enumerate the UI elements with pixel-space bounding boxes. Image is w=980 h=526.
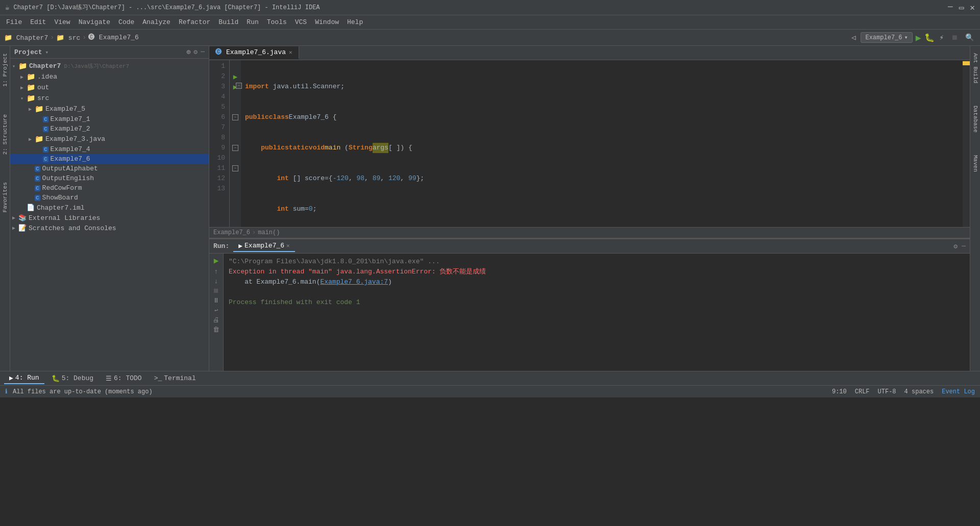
gutter-run-2[interactable]: ▶	[230, 71, 241, 82]
tree-item-example73[interactable]: ▶ 📁 Example7_3.java	[10, 134, 209, 144]
run-scroll-up-button[interactable]: ↑	[214, 268, 218, 275]
event-log-button[interactable]: Event Log	[942, 388, 975, 395]
debug-button[interactable]: 🐛	[924, 33, 935, 43]
editor-tab-example76[interactable]: 🅒 Example7_6.java ✕	[209, 46, 299, 59]
tree-item-chapter7[interactable]: ▾ 📁 Chapter7 D:\Java练习\Chapter7	[10, 61, 209, 71]
menu-analyze[interactable]: Analyze	[138, 17, 175, 27]
terminal-icon: >_	[154, 374, 162, 382]
gutter: ▶ ▶ – – – –	[230, 60, 241, 227]
status-line-sep[interactable]: CRLF	[855, 388, 870, 395]
bottom-tab-debug[interactable]: 🐛 5: Debug	[46, 373, 99, 384]
right-tab-antbuild[interactable]: Ant Build	[971, 50, 979, 86]
tree-item-external-libraries[interactable]: ▶ 📚 External Libraries	[10, 213, 209, 223]
run-toolbar: ▶ ↑ ↓ ⏹ ⏸ ↩ 🖨 🗑	[209, 254, 224, 371]
run-stop-button[interactable]: ⏹	[213, 287, 219, 295]
tree-item-redcowform[interactable]: C RedCowForm	[10, 183, 209, 193]
tree-item-scratches[interactable]: ▶ 📝 Scratches and Consoles	[10, 223, 209, 233]
run-tab-close[interactable]: ✕	[286, 242, 290, 249]
bottom-tab-terminal[interactable]: >_ Terminal	[149, 373, 201, 383]
gutter-fold-6[interactable]: –	[230, 112, 241, 122]
tree-item-outputenglish[interactable]: C OutputEnglish	[10, 173, 209, 183]
tree-item-outputalphabet[interactable]: C OutputAlphabet	[10, 164, 209, 173]
project-settings-icon[interactable]: ⊕	[187, 48, 191, 56]
toolbar-chapter7[interactable]: 📁 Chapter7	[4, 34, 48, 42]
run-tab-label: Example7_6	[244, 242, 284, 249]
right-tab-maven[interactable]: Maven	[971, 152, 979, 175]
run-pause-button[interactable]: ⏸	[213, 297, 219, 305]
run-settings-icon[interactable]: ⚙	[953, 242, 958, 251]
run-panel-header: Run: ▶ Example7_6 ✕ ⚙ ─	[209, 239, 970, 254]
breadcrumb-example76[interactable]: Example7_6	[213, 229, 250, 236]
editor-tabs: 🅒 Example7_6.java ✕	[209, 46, 970, 60]
menu-file[interactable]: File	[2, 17, 26, 27]
run-button[interactable]: ▶	[916, 32, 921, 43]
gutter-run-3[interactable]: ▶ –	[230, 82, 241, 92]
close-button[interactable]: ✕	[970, 3, 975, 13]
tree-item-example76[interactable]: C Example7_6	[10, 154, 209, 164]
sidebar-project-tab[interactable]: 1: Project	[1, 50, 9, 90]
menu-help[interactable]: Help	[343, 17, 367, 27]
bottom-tab-run-label: 4: Run	[15, 374, 39, 382]
editor-tab-label: Example7_6.java	[226, 48, 286, 56]
maximize-button[interactable]: ▭	[959, 3, 964, 13]
search-everywhere-button[interactable]: 🔍	[963, 32, 976, 43]
status-position[interactable]: 9:10	[832, 388, 847, 395]
gutter-fold-11[interactable]: –	[230, 163, 241, 173]
menu-refactor[interactable]: Refactor	[175, 17, 214, 27]
tree-item-showboard[interactable]: C ShowBoard	[10, 193, 209, 203]
minimize-button[interactable]: ─	[948, 3, 953, 13]
run-print-button[interactable]: 🖨	[213, 316, 219, 324]
status-indent[interactable]: 4 spaces	[904, 388, 934, 395]
menu-vcs[interactable]: VCS	[291, 17, 311, 27]
run-wrap-button[interactable]: ↩	[214, 307, 218, 314]
run-config-selector[interactable]: Example7_6 ▾	[861, 32, 912, 43]
bottom-tab-todo[interactable]: ☰ 6: TODO	[101, 373, 147, 384]
tree-item-example72[interactable]: C Example7_2	[10, 124, 209, 134]
menu-view[interactable]: View	[50, 17, 74, 27]
tree-item-example74[interactable]: C Example7_4	[10, 144, 209, 154]
sidebar-favorites-tab[interactable]: Favorites	[1, 179, 9, 215]
left-side-tabs: 1: Project 2: Structure Favorites	[0, 46, 10, 371]
menu-build[interactable]: Build	[214, 17, 242, 27]
run-tab-example76[interactable]: ▶ Example7_6 ✕	[233, 241, 295, 252]
right-tab-database[interactable]: Database	[971, 103, 979, 136]
project-collapse-icon[interactable]: ─	[201, 48, 205, 56]
sidebar-structure-tab[interactable]: 2: Structure	[1, 111, 9, 158]
menu-navigate[interactable]: Navigate	[75, 17, 114, 27]
navigate-back-button[interactable]: ◁	[849, 32, 857, 43]
menu-code[interactable]: Code	[114, 17, 138, 27]
tree-item-src[interactable]: ▾ 📁 src	[10, 93, 209, 104]
run-icon: ▶	[9, 374, 13, 382]
breadcrumb-main[interactable]: main()	[258, 229, 280, 236]
project-tree: ▾ 📁 Chapter7 D:\Java练习\Chapter7 ▶ 📁 .ide…	[10, 59, 209, 371]
menu-window[interactable]: Window	[311, 17, 343, 27]
run-scroll-down-button[interactable]: ↓	[214, 278, 218, 285]
bottom-tab-run[interactable]: ▶ 4: Run	[4, 373, 44, 384]
editor-tab-close[interactable]: ✕	[289, 49, 292, 56]
menu-tools[interactable]: Tools	[263, 17, 291, 27]
debug-icon: 🐛	[52, 374, 60, 383]
run-link-file[interactable]: Example7_6.java:7	[320, 278, 388, 286]
run-coverage-button[interactable]: ⚡	[938, 32, 946, 43]
tree-item-out[interactable]: ▶ 📁 out	[10, 82, 209, 93]
gutter-fold-9[interactable]: –	[230, 143, 241, 153]
code-editor[interactable]: 12345 678910 111213 ▶ ▶ – –	[209, 60, 970, 227]
status-message: All files are up-to-date (moments ago)	[13, 388, 827, 395]
menu-run[interactable]: Run	[242, 17, 262, 27]
gutter-fold-3[interactable]: –	[236, 83, 242, 89]
status-encoding[interactable]: UTF-8	[878, 388, 896, 395]
menu-edit[interactable]: Edit	[26, 17, 50, 27]
run-minimize-icon[interactable]: ─	[962, 242, 966, 250]
tree-item-idea[interactable]: ▶ 📁 .idea	[10, 71, 209, 82]
toolbar-file[interactable]: 🅒 Example7_6	[88, 34, 139, 41]
center-split: 🅒 Example7_6.java ✕ 12345 678910 111213 …	[209, 46, 970, 371]
toolbar-src[interactable]: 📁 src	[56, 34, 80, 42]
code-content[interactable]: import java.util.Scanner; public class E…	[241, 60, 963, 227]
run-play-button[interactable]: ▶	[214, 256, 219, 266]
stop-button[interactable]: ⏹	[949, 33, 960, 43]
run-clear-button[interactable]: 🗑	[213, 326, 219, 334]
tree-item-chapter7iml[interactable]: 📄 Chapter7.iml	[10, 203, 209, 213]
tree-item-example71[interactable]: C Example7_1	[10, 114, 209, 124]
project-gear-icon[interactable]: ⚙	[193, 48, 198, 56]
tree-item-example75[interactable]: ▶ 📁 Example7_5	[10, 104, 209, 114]
